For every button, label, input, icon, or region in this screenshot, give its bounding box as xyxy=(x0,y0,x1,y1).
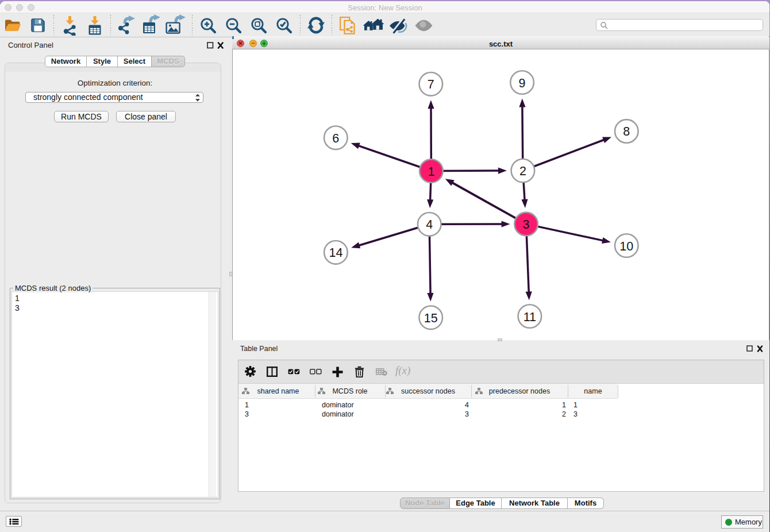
svg-text:8: 8 xyxy=(623,125,630,138)
svg-text:10: 10 xyxy=(619,240,633,253)
svg-text:4: 4 xyxy=(426,218,433,232)
svg-text:3: 3 xyxy=(523,218,530,232)
svg-text:15: 15 xyxy=(424,311,438,325)
svg-text:2: 2 xyxy=(519,164,526,178)
svg-text:11: 11 xyxy=(523,310,536,324)
svg-text:7: 7 xyxy=(428,78,434,91)
svg-text:14: 14 xyxy=(329,246,342,260)
svg-text:1: 1 xyxy=(428,165,434,179)
svg-text:6: 6 xyxy=(332,132,339,145)
svg-text:9: 9 xyxy=(519,76,526,90)
